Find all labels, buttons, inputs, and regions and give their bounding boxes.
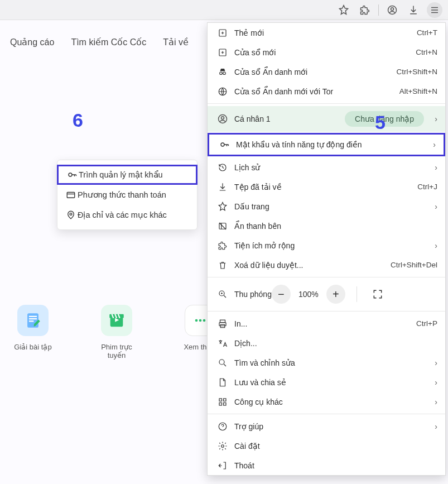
home-link-ads[interactable]: Quảng cáo [10,37,54,47]
svg-point-18 [221,143,224,146]
menu-exit-label: Thoát [230,461,254,470]
home-link-search[interactable]: Tìm kiếm Cốc Cốc [71,37,146,47]
toolbar-divider [378,4,379,16]
menu-find[interactable]: Tìm và chỉnh sửa › [208,353,445,372]
menu-save-share[interactable]: Lưu và chia sẻ › [208,372,445,392]
profile-icon[interactable] [384,2,400,18]
svg-point-10 [203,319,206,322]
download-icon[interactable] [406,2,421,18]
chevron-right-icon: › [428,378,437,387]
submenu-payment-methods[interactable]: Phương thức thanh toán [57,185,197,205]
svg-point-1 [391,7,394,10]
menu-separator [208,277,445,277]
new-window-icon [215,47,230,57]
menu-new-tab[interactable]: Thẻ mới Ctrl+T [208,23,445,42]
chevron-right-icon: › [428,114,437,123]
svg-rect-25 [219,399,222,401]
svg-point-9 [199,319,202,322]
zoom-in-button[interactable]: + [326,285,345,304]
menu-exit[interactable]: Thoát [208,456,445,475]
menu-new-window[interactable]: Cửa sổ mới Ctrl+N [208,42,445,62]
svg-point-17 [221,117,224,119]
menu-downloads-label: Tệp đã tải về [230,183,282,191]
menu-downloads[interactable]: Tệp đã tải về Ctrl+J [208,177,445,197]
menu-help[interactable]: Trợ giúp › [208,416,445,436]
menu-history[interactable]: Lịch sử › [208,157,445,177]
menu-tor-label: Cửa sổ Ẩn danh mới với Tor [230,87,333,96]
zoom-out-button[interactable]: − [272,285,291,304]
menu-hide-sidebar-label: Ẩn thanh bên [230,222,281,231]
puzzle-icon [215,241,230,251]
svg-point-30 [221,444,224,447]
chevron-right-icon: › [428,163,437,172]
menu-print-shortcut: Ctrl+P [416,319,437,328]
menu-downloads-shortcut: Ctrl+J [417,183,437,191]
tile-homework[interactable]: Giải bài tập [8,305,58,360]
tile-movies-label: Phim trực tuyến [91,343,142,360]
home-link-download[interactable]: Tải về [163,37,189,47]
printer-icon [215,319,230,329]
tile-movies[interactable]: Phim trực tuyến [91,305,142,360]
menu-zoom: Thu phóng − 100% + [208,280,445,309]
menu-extensions-label: Tiện ích mở rộng [230,241,295,250]
browser-toolbar [0,0,448,20]
menu-new-window-label: Cửa sổ mới [230,48,276,57]
location-icon [64,210,78,220]
tile-homework-label: Giải bài tập [8,343,58,351]
chevron-right-icon: › [428,397,437,406]
zoom-icon [215,289,230,299]
menu-settings-label: Cài đặt [230,442,260,451]
gear-icon [215,441,230,451]
menu-incognito-label: Cửa sổ Ẩn danh mới [230,68,307,76]
svg-point-13 [220,72,223,75]
star-icon [215,202,230,212]
submenu-address-label: Địa chỉ và các mục khác [78,210,167,219]
menu-icon[interactable] [427,2,442,18]
svg-point-4 [70,213,72,215]
menu-incognito[interactable]: Cửa sổ Ẩn danh mới Ctrl+Shift+N [208,62,445,82]
download-icon [215,182,230,192]
menu-tor[interactable]: Cửa sổ Ẩn danh mới với Tor Alt+Shift+N [208,82,445,101]
svg-point-24 [219,360,224,365]
menu-separator [208,414,445,414]
chevron-right-icon: › [428,241,437,250]
star-bookmark-icon[interactable] [336,2,351,18]
submenu-payment-label: Phương thức thanh toán [78,190,166,199]
svg-rect-28 [224,402,227,405]
svg-point-14 [223,72,226,75]
menu-bookmarks-label: Dấu trang [230,202,269,211]
key-icon [217,140,232,150]
callout-number-5: 5 [375,112,386,133]
svg-point-2 [69,173,72,176]
menu-clear-data[interactable]: Xoá dữ liệu duyệt... Ctrl+Shift+Del [208,255,445,275]
submenu-password-manager[interactable]: Trình quản lý mật khẩu [57,165,197,185]
menu-profile-label: Cá nhân 1 [230,114,271,123]
zoom-value: 100% [298,290,319,299]
chevron-right-icon: › [427,140,436,149]
search-icon [215,358,230,368]
new-tab-icon [215,28,230,38]
submenu-addresses[interactable]: Địa chỉ và các mục khác [57,205,197,225]
sidebar-off-icon [215,221,230,231]
menu-extensions[interactable]: Tiện ích mở rộng › [208,236,445,255]
menu-translate[interactable]: Dịch... [208,333,445,353]
trash-icon [215,260,230,270]
chevron-right-icon: › [428,422,437,431]
fullscreen-button[interactable] [368,285,387,304]
menu-bookmarks[interactable]: Dấu trang › [208,197,445,216]
extensions-icon[interactable] [357,2,373,18]
menu-print[interactable]: In... Ctrl+P [208,314,445,333]
menu-help-label: Trợ giúp [230,422,263,431]
credit-card-icon [64,190,78,200]
key-icon [65,170,79,180]
menu-hide-sidebar[interactable]: Ẩn thanh bên [208,216,445,236]
svg-rect-6 [110,317,123,327]
svg-rect-5 [27,313,38,328]
menu-profile[interactable]: Cá nhân 1 Chưa đăng nhập › [208,106,445,132]
menu-passwords-autofill[interactable]: Mật khẩu và tính năng tự động điền › [208,133,445,156]
clapperboard-icon [101,305,132,336]
menu-settings[interactable]: Cài đặt [208,436,445,456]
menu-more-tools[interactable]: Công cụ khác › [208,392,445,411]
history-icon [215,162,230,172]
svg-point-8 [195,319,198,322]
